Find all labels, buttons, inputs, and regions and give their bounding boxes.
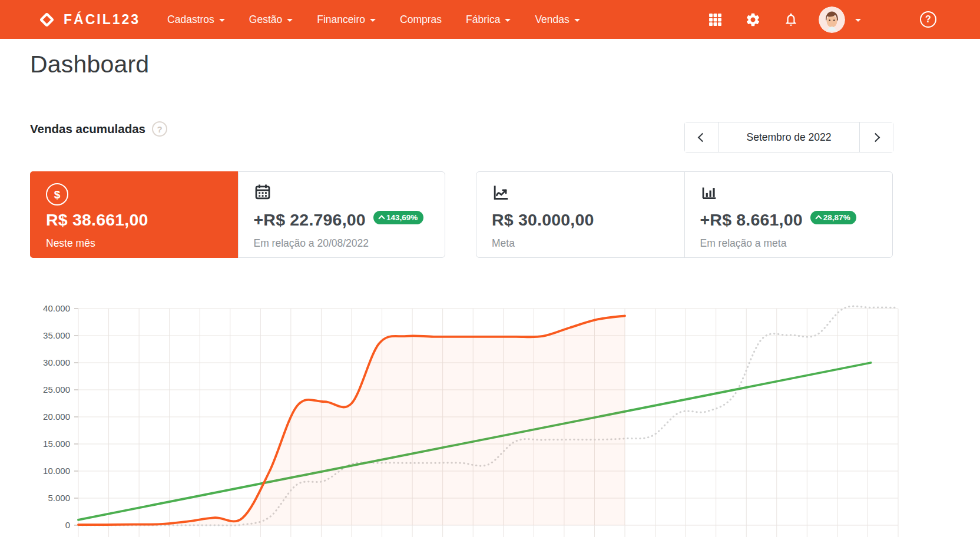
svg-text:10.000: 10.000	[43, 466, 70, 476]
current-month-label: Neste mês	[46, 237, 222, 250]
goal-value: R$ 30.000,00	[492, 210, 594, 230]
svg-text:20.000: 20.000	[43, 412, 70, 422]
grid-icon	[708, 12, 723, 27]
facil123-diamond-icon	[38, 11, 56, 29]
card-vs-previous-month: +R$ 22.796,00 143,69% Em relação a 20/08…	[238, 172, 445, 257]
nav-compras[interactable]: Compras	[400, 14, 442, 26]
avatar-illustration	[819, 6, 845, 33]
vs-goal-label: Em relação a meta	[700, 237, 878, 250]
nav-vendas[interactable]: Vendas	[535, 14, 580, 26]
chevron-down-icon	[287, 19, 293, 22]
chevron-left-icon	[698, 132, 707, 142]
card-current-month: R$ 38.661,00 Neste mês	[30, 171, 238, 258]
calendar-icon	[254, 183, 272, 201]
main-nav: Cadastros Gestão Financeiro Compras Fábr…	[167, 14, 580, 26]
chevron-up-icon	[378, 215, 385, 221]
goal-label: Meta	[492, 237, 669, 250]
growth-badge: 143,69%	[373, 211, 423, 224]
previous-month-button[interactable]	[685, 122, 718, 152]
chevron-down-icon	[370, 19, 376, 22]
kpi-cards-goal: R$ 30.000,00 Meta +R$ 8.661,00 28,87% Em…	[476, 171, 893, 258]
dashboard-page: FÁCIL123 Cadastros Gestão Financeiro Com…	[0, 0, 980, 537]
line-chart-icon	[492, 183, 510, 201]
user-avatar	[819, 6, 845, 33]
goal-badge: 28,87%	[810, 211, 856, 224]
settings-gear-icon[interactable]	[745, 12, 761, 28]
period-label[interactable]: Setembro de 2022	[718, 122, 860, 152]
vs-goal-value: +R$ 8.661,00	[700, 210, 803, 230]
topbar-actions	[708, 6, 936, 33]
svg-text:30.000: 30.000	[43, 357, 70, 367]
nav-cadastros[interactable]: Cadastros	[167, 14, 225, 26]
nav-fabrica[interactable]: Fábrica	[466, 14, 511, 26]
brand-logo[interactable]: FÁCIL123	[38, 11, 140, 29]
question-mark-circle	[920, 11, 936, 28]
currency-circle-icon	[46, 183, 68, 205]
page-title: Dashboard	[30, 51, 149, 78]
chevron-down-icon	[219, 19, 225, 22]
next-month-button[interactable]	[860, 122, 893, 152]
svg-text:5.000: 5.000	[48, 493, 70, 503]
apps-grid-icon[interactable]	[708, 12, 723, 27]
chevron-down-icon	[855, 19, 861, 22]
section-title: Vendas acumuladas	[30, 122, 145, 136]
chevron-down-icon	[574, 19, 580, 22]
svg-text:25.000: 25.000	[43, 384, 70, 395]
vs-previous-value: +R$ 22.796,00	[254, 210, 366, 230]
nav-financeiro[interactable]: Financeiro	[317, 14, 376, 26]
bell-icon	[783, 12, 799, 27]
card-goal: R$ 30.000,00 Meta	[476, 172, 684, 257]
section-header: Vendas acumuladas	[30, 121, 167, 137]
chevron-up-icon	[815, 215, 822, 221]
vs-previous-label: Em relação a 20/08/2022	[254, 237, 430, 250]
section-help-icon[interactable]	[152, 121, 167, 137]
svg-text:15.000: 15.000	[43, 439, 70, 449]
gear-icon	[745, 12, 761, 28]
current-month-value: R$ 38.661,00	[46, 210, 148, 230]
kpi-cards-sales: R$ 38.661,00 Neste mês +R$ 22.796,00	[30, 171, 445, 258]
svg-text:0: 0	[65, 520, 70, 530]
chevron-down-icon	[505, 19, 511, 22]
bar-chart-icon	[700, 183, 718, 201]
chevron-right-icon	[871, 132, 880, 142]
help-icon[interactable]	[920, 11, 936, 28]
nav-gestao[interactable]: Gestão	[249, 14, 293, 26]
notifications-bell-icon[interactable]	[783, 12, 799, 27]
svg-text:35.000: 35.000	[43, 330, 70, 340]
user-menu[interactable]	[819, 6, 861, 33]
brand-name: FÁCIL123	[64, 12, 140, 28]
top-navigation-bar: FÁCIL123 Cadastros Gestão Financeiro Com…	[0, 0, 980, 39]
svg-text:40.000: 40.000	[43, 303, 70, 313]
card-vs-goal: +R$ 8.661,00 28,87% Em relação a meta	[684, 172, 893, 257]
sales-chart[interactable]: 05.00010.00015.00020.00025.00030.00035.0…	[0, 281, 980, 537]
period-selector: Setembro de 2022	[684, 122, 893, 153]
